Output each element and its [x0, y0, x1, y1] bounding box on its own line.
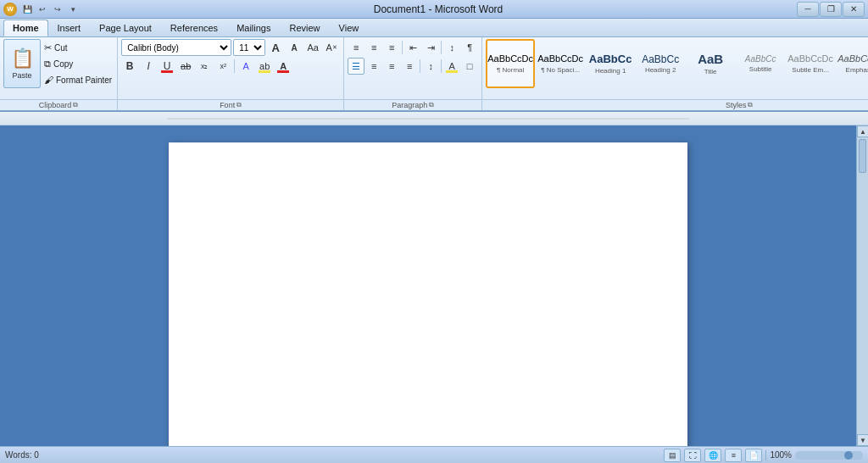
tab-references[interactable]: References: [161, 20, 227, 36]
align-center-button[interactable]: ≡: [365, 58, 382, 75]
font-name-select[interactable]: Calibri (Body): [121, 39, 231, 56]
undo-quick-btn[interactable]: ↩: [36, 3, 49, 16]
paragraph-label: Paragraph ⧉: [344, 99, 481, 109]
web-layout-view[interactable]: 🌐: [704, 449, 721, 462]
multilevel-button[interactable]: ≡: [383, 39, 400, 56]
style-subtitle-label: Subtitle: [749, 66, 772, 73]
tab-review[interactable]: Review: [280, 20, 329, 36]
text-effects-button[interactable]: A: [237, 58, 254, 75]
scroll-down-button[interactable]: ▼: [857, 434, 868, 446]
tab-mailings[interactable]: Mailings: [227, 20, 280, 36]
styles-launcher[interactable]: ⧉: [748, 101, 753, 109]
numbering-button[interactable]: ≡: [365, 39, 382, 56]
change-case-button[interactable]: Aa: [304, 39, 321, 56]
draft-view[interactable]: 📄: [745, 449, 762, 462]
style-title-preview: AaB: [698, 52, 723, 67]
justify-button[interactable]: ≡: [401, 58, 418, 75]
font-color-button[interactable]: A: [275, 58, 292, 75]
status-right: ▤ ⛶ 🌐 ≡ 📄 100%: [664, 449, 863, 462]
style-title[interactable]: AaB Title: [686, 39, 735, 88]
show-hide-button[interactable]: ¶: [461, 39, 478, 56]
style-emphasis[interactable]: AaBbCcDc Emphasis: [836, 39, 868, 88]
style-subtle-emphasis[interactable]: AaBbCcDc Subtle Em...: [786, 39, 835, 88]
save-quick-btn[interactable]: 💾: [20, 3, 34, 16]
font-row1: Calibri (Body) 11 A A Aa A✕: [121, 39, 340, 56]
style-nospacing[interactable]: AaBbCcDc ¶ No Spaci...: [536, 39, 585, 88]
font-color-bar: [277, 70, 289, 73]
bold-button[interactable]: B: [121, 58, 138, 75]
style-title-label: Title: [704, 69, 717, 75]
style-normal[interactable]: AaBbCcDc ¶ Normal: [486, 39, 535, 88]
cut-icon: ✂: [44, 42, 52, 53]
highlight-color-bar: [259, 70, 270, 73]
format-painter-button[interactable]: 🖌 Format Painter: [42, 72, 114, 87]
superscript-button[interactable]: x²: [214, 58, 231, 75]
status-divider: [765, 450, 766, 460]
quick-access-toolbar: 💾 ↩ ↪ ▾: [20, 3, 80, 16]
fullscreen-view[interactable]: ⛶: [684, 449, 701, 462]
document-area: ▲ ▼: [0, 126, 868, 446]
font-row2: B I U ab x₂ x² A ab A: [121, 58, 292, 75]
clipboard-mini-buttons: ✂ Cut ⧉ Copy 🖌 Format Painter: [42, 39, 114, 87]
tab-home[interactable]: Home: [3, 20, 48, 36]
document-page[interactable]: [169, 142, 687, 446]
style-heading1[interactable]: AaBbCc Heading 1: [586, 39, 635, 88]
style-nospacing-label: ¶ No Spaci...: [541, 67, 580, 74]
clipboard-launcher[interactable]: ⧉: [73, 101, 78, 109]
scroll-up-button[interactable]: ▲: [857, 126, 868, 137]
close-button[interactable]: ✕: [843, 2, 865, 17]
paragraph-launcher[interactable]: ⧉: [429, 101, 434, 109]
borders-button[interactable]: □: [461, 58, 478, 75]
underline-button[interactable]: U: [159, 58, 175, 75]
shading-button[interactable]: A: [443, 58, 460, 75]
customize-quick-btn[interactable]: ▾: [66, 3, 80, 16]
zoom-slider[interactable]: [795, 451, 863, 460]
outline-view[interactable]: ≡: [725, 449, 742, 462]
restore-button[interactable]: ❐: [820, 2, 842, 17]
font-launcher[interactable]: ⧉: [236, 101, 242, 109]
zoom-percentage: 100%: [770, 450, 792, 460]
strikethrough-button[interactable]: ab: [177, 58, 194, 75]
tab-view[interactable]: View: [330, 20, 369, 36]
scroll-track: [857, 175, 868, 434]
align-left-button[interactable]: ☰: [348, 58, 364, 75]
redo-quick-btn[interactable]: ↪: [51, 3, 64, 16]
minimize-button[interactable]: ─: [797, 2, 819, 17]
status-bar: Words: 0 ▤ ⛶ 🌐 ≡ 📄 100%: [0, 446, 868, 463]
ribbon-tabs: Home Insert Page Layout References Maili…: [0, 19, 868, 37]
increase-indent-button[interactable]: ⇥: [422, 39, 439, 56]
styles-label: Styles ⧉: [482, 99, 868, 109]
italic-button[interactable]: I: [140, 58, 157, 75]
style-h1-label: Heading 1: [595, 68, 626, 75]
grow-font-button[interactable]: A: [267, 39, 284, 56]
scroll-thumb[interactable]: [859, 139, 866, 173]
bullets-button[interactable]: ≡: [348, 39, 364, 56]
style-subtitle[interactable]: AaBbCc Subtitle: [736, 39, 785, 88]
style-emphasis-preview: AaBbCcDc: [837, 53, 868, 64]
copy-button[interactable]: ⧉ Copy: [42, 56, 114, 71]
print-layout-view[interactable]: ▤: [664, 449, 681, 462]
tab-page-layout[interactable]: Page Layout: [90, 20, 161, 36]
shrink-font-button[interactable]: A: [286, 39, 303, 56]
font-size-select[interactable]: 11: [233, 39, 265, 56]
tab-insert[interactable]: Insert: [48, 20, 91, 36]
subscript-button[interactable]: x₂: [196, 58, 213, 75]
text-highlight-button[interactable]: ab: [256, 58, 273, 75]
clipboard-group: 📋 Paste ✂ Cut ⧉ Copy 🖌 Format Painter C: [0, 37, 118, 110]
font-group: Calibri (Body) 11 A A Aa A✕ B I U ab x₂: [118, 37, 344, 110]
copy-label: Copy: [53, 59, 73, 69]
window-controls: ─ ❐ ✕: [797, 2, 865, 17]
line-spacing-button[interactable]: ↕: [422, 58, 439, 75]
zoom-thumb[interactable]: [844, 451, 853, 460]
ribbon: 📋 Paste ✂ Cut ⧉ Copy 🖌 Format Painter C: [0, 37, 868, 112]
sort-button[interactable]: ↕: [443, 39, 460, 56]
cut-label: Cut: [54, 43, 68, 53]
clear-formatting-button[interactable]: A✕: [323, 39, 340, 56]
document-scroll-area[interactable]: [0, 126, 856, 446]
style-heading2[interactable]: AaBbCc Heading 2: [636, 39, 685, 88]
decrease-indent-button[interactable]: ⇤: [404, 39, 421, 56]
paste-button[interactable]: 📋 Paste: [3, 39, 41, 88]
align-right-button[interactable]: ≡: [383, 58, 400, 75]
style-subtitle-preview: AaBbCc: [745, 54, 776, 64]
cut-button[interactable]: ✂ Cut: [42, 40, 114, 55]
